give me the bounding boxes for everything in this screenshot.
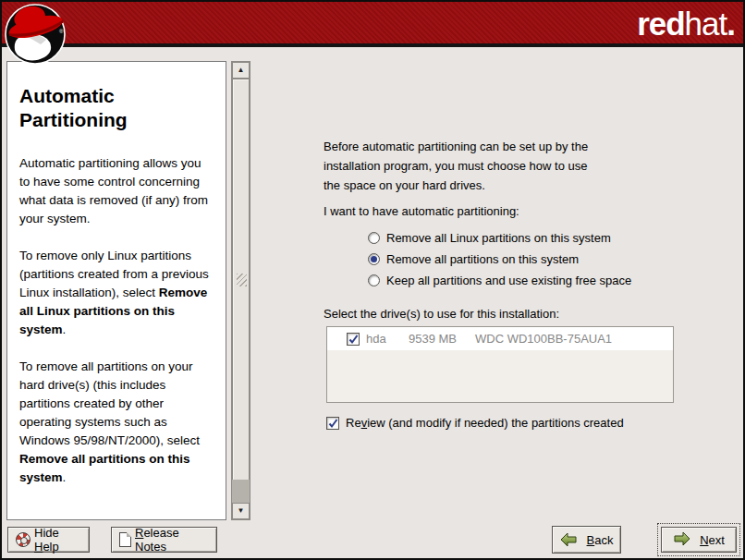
arrow-left-icon (560, 532, 578, 547)
help-paragraph-1-text: Automatic partitioning allows you to hav… (19, 156, 208, 225)
help-scrollbar[interactable]: ▲ ▼ (231, 61, 250, 520)
top-banner: redhat. (2, 2, 743, 47)
intro-line: the space on your hard drives. (324, 176, 588, 195)
wordmark-dot: . (727, 6, 735, 42)
review-checkbox[interactable] (326, 417, 339, 430)
next-button-focus-frame: Next (657, 523, 740, 556)
next-button[interactable]: Next (661, 527, 737, 553)
document-icon (119, 532, 131, 547)
help-paragraph-3-post: . (63, 470, 67, 484)
drive-row-hda[interactable]: hda 9539 MB WDC WD100BB-75AUA1 (327, 327, 673, 350)
radio-button[interactable] (368, 253, 380, 265)
drive-name: hda (366, 332, 409, 346)
help-paragraph-2-post: . (63, 323, 67, 336)
life-ring-icon (16, 532, 31, 547)
next-label: Next (700, 533, 725, 547)
radio-button[interactable] (368, 232, 380, 244)
help-paragraph-1: Automatic partitioning allows you to hav… (19, 154, 214, 228)
installer-window: redhat. ® Automatic Partitioning Automat… (0, 0, 745, 560)
help-paragraph-2: To remove only Linux partitions (partiti… (19, 247, 214, 339)
radio-option-remove-linux[interactable]: Remove all Linux partitions on this syst… (368, 227, 631, 249)
scrollbar-grip (237, 274, 247, 286)
help-title: Automatic Partitioning (19, 84, 167, 132)
drive-select-label: Select the drive(s) to use for this inst… (324, 307, 559, 321)
review-partitions-option[interactable]: Review (and modify if needed) the partit… (326, 416, 624, 430)
review-label: Review (and modify if needed) the partit… (346, 416, 624, 430)
review-label-pre: Re (346, 416, 361, 430)
drive-checkbox[interactable] (347, 333, 360, 346)
help-panel: Automatic Partitioning Automatic partiti… (6, 61, 226, 520)
intro-text: Before automatic partitioning can be set… (324, 137, 588, 195)
intro-line: Before automatic partitioning can be set… (324, 137, 588, 156)
wordmark-hat: hat (685, 6, 727, 42)
hide-help-button[interactable]: Hide Help (7, 527, 90, 553)
radio-label: Remove all Linux partitions on this syst… (386, 231, 611, 245)
release-notes-label: Release Notes (135, 526, 209, 554)
scrollbar-thumb[interactable] (232, 79, 250, 481)
partitioning-prompt-label: I want to have automatic partitioning: (324, 204, 519, 218)
intro-line: installation program, you must choose ho… (324, 156, 588, 176)
drive-size: 9539 MB (409, 332, 475, 346)
radio-button[interactable] (368, 274, 380, 286)
redhat-wordmark: redhat. (637, 7, 735, 40)
drive-model: WDC WD100BB-75AUA1 (475, 332, 612, 346)
release-notes-button[interactable]: Release Notes (111, 527, 217, 553)
help-paragraph-3-pre: To remove all partitions on your hard dr… (19, 359, 200, 447)
back-button[interactable]: Back (552, 526, 621, 554)
arrow-right-icon (673, 531, 690, 549)
radio-label: Keep all partitions and use existing fre… (386, 274, 631, 287)
radio-option-keep-all[interactable]: Keep all partitions and use existing fre… (368, 270, 631, 291)
wordmark-red: red (637, 6, 684, 42)
help-paragraph-3-bold: Remove all partitions on this system (19, 452, 190, 484)
review-label-post: iew (and modify if needed) the partition… (367, 416, 624, 430)
back-label: Back (587, 533, 614, 547)
hide-help-label: Hide Help (34, 526, 81, 554)
redhat-shadowman-logo-icon: ® (4, 2, 67, 66)
partitioning-radio-group: Remove all Linux partitions on this syst… (368, 227, 631, 291)
radio-option-remove-all[interactable]: Remove all partitions on this system (368, 249, 631, 270)
scrollbar-trough[interactable] (232, 480, 250, 503)
help-paragraph-3: To remove all partitions on your hard dr… (19, 358, 214, 487)
radio-label: Remove all partitions on this system (386, 252, 579, 266)
svg-text:®: ® (59, 29, 64, 34)
drive-list[interactable]: hda 9539 MB WDC WD100BB-75AUA1 (326, 326, 674, 403)
scroll-down-icon[interactable]: ▼ (232, 503, 250, 519)
scroll-up-icon[interactable]: ▲ (232, 62, 250, 79)
